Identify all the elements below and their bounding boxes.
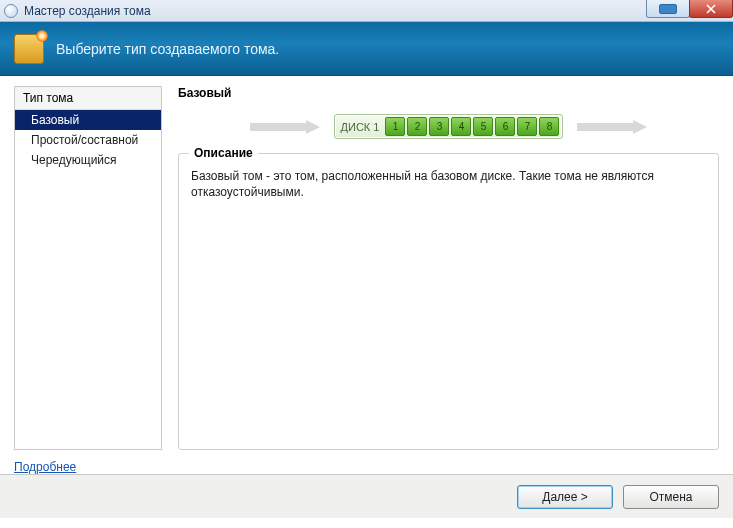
cancel-button[interactable]: Отмена bbox=[623, 485, 719, 509]
sidebar: Тип тома БазовыйПростой/составнойЧередую… bbox=[14, 86, 162, 450]
description-groupbox: Описание Базовый том - это том, располож… bbox=[178, 153, 719, 450]
disk-segment-5: 5 bbox=[473, 117, 493, 136]
help-button[interactable] bbox=[646, 0, 690, 18]
sidebar-item-0[interactable]: Базовый bbox=[15, 110, 161, 130]
sidebar-item-2[interactable]: Чередующийся bbox=[15, 150, 161, 170]
window-title: Мастер создания тома bbox=[24, 4, 151, 18]
main-heading: Базовый bbox=[178, 86, 719, 100]
disk-label: ДИСК 1 bbox=[341, 121, 380, 133]
disk-segment-7: 7 bbox=[517, 117, 537, 136]
help-icon bbox=[659, 4, 677, 14]
disk-segment-8: 8 bbox=[539, 117, 559, 136]
close-button[interactable] bbox=[689, 0, 733, 18]
disk-segment-4: 4 bbox=[451, 117, 471, 136]
content-area: Тип тома БазовыйПростой/составнойЧередую… bbox=[0, 76, 733, 454]
disk-segment-2: 2 bbox=[407, 117, 427, 136]
description-text: Базовый том - это том, расположенный на … bbox=[191, 168, 706, 200]
wizard-banner: Выберите тип создаваемого тома. bbox=[0, 22, 733, 76]
wizard-icon bbox=[14, 34, 44, 64]
app-icon bbox=[4, 4, 18, 18]
disk-segment-3: 3 bbox=[429, 117, 449, 136]
disk-segment-6: 6 bbox=[495, 117, 515, 136]
sidebar-header: Тип тома bbox=[15, 87, 161, 110]
main-panel: Базовый ДИСК 1 12345678 Описание Базовый… bbox=[162, 86, 719, 450]
title-bar: Мастер создания тома bbox=[0, 0, 733, 22]
next-button[interactable]: Далее > bbox=[517, 485, 613, 509]
disk-diagram: ДИСК 1 12345678 bbox=[178, 114, 719, 139]
sidebar-item-1[interactable]: Простой/составной bbox=[15, 130, 161, 150]
arrow-right-icon bbox=[577, 120, 647, 134]
window-controls bbox=[647, 0, 733, 18]
groupbox-legend: Описание bbox=[189, 146, 258, 160]
disk-box: ДИСК 1 12345678 bbox=[334, 114, 564, 139]
more-link[interactable]: Подробнее bbox=[14, 460, 76, 474]
footer: Далее > Отмена bbox=[0, 474, 733, 518]
wizard-caption: Выберите тип создаваемого тома. bbox=[56, 41, 279, 57]
disk-segment-1: 1 bbox=[385, 117, 405, 136]
link-row: Подробнее bbox=[0, 454, 733, 474]
close-icon bbox=[706, 4, 716, 14]
arrow-left-icon bbox=[250, 120, 320, 134]
